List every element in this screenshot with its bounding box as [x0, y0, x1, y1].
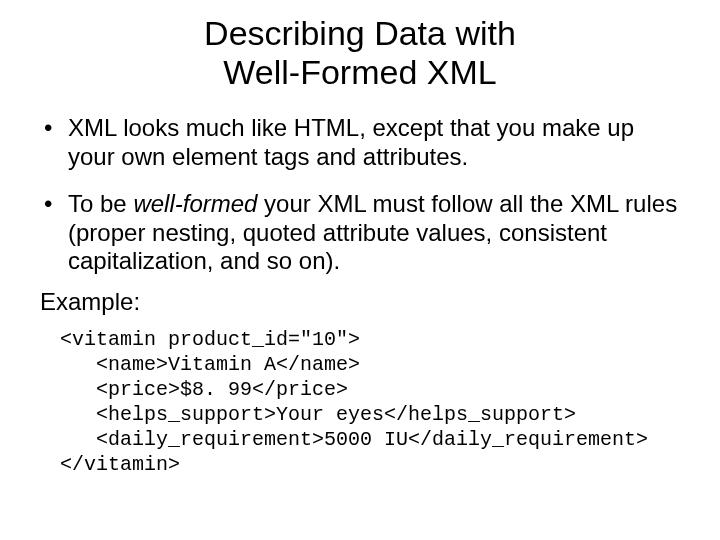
- bullet-1-text: XML looks much like HTML, except that yo…: [68, 114, 634, 170]
- bullet-2-emphasis: well-formed: [133, 190, 257, 217]
- bullet-2-text-a: To be: [68, 190, 133, 217]
- title-line-2: Well-Formed XML: [223, 53, 496, 91]
- code-line-2: <name>Vitamin A</name>: [60, 353, 360, 376]
- slide: Describing Data with Well-Formed XML XML…: [0, 0, 720, 540]
- slide-title: Describing Data with Well-Formed XML: [40, 14, 680, 92]
- code-line-3: <price>$8. 99</price>: [60, 378, 348, 401]
- example-label: Example:: [40, 288, 680, 317]
- bullet-list: XML looks much like HTML, except that yo…: [40, 114, 680, 276]
- code-line-1: <vitamin product_id="10">: [60, 328, 360, 351]
- code-block: <vitamin product_id="10"> <name>Vitamin …: [60, 327, 680, 477]
- code-line-6: </vitamin>: [60, 453, 180, 476]
- code-line-5: <daily_requirement>5000 IU</daily_requir…: [60, 428, 648, 451]
- title-line-1: Describing Data with: [204, 14, 516, 52]
- bullet-item-1: XML looks much like HTML, except that yo…: [40, 114, 680, 172]
- code-line-4: <helps_support>Your eyes</helps_support>: [60, 403, 576, 426]
- bullet-item-2: To be well-formed your XML must follow a…: [40, 190, 680, 276]
